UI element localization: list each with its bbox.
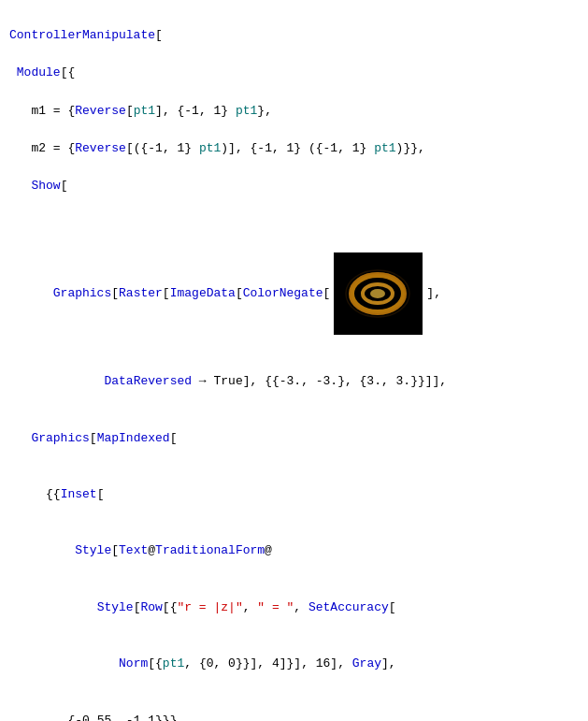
code-block: ControllerManipulate[ Module[{ m1 = {Rev… [0,0,588,721]
svg-point-3 [370,289,385,298]
line-4: m2 = {Reverse[({-1, 1} pt1)], {-1, 1} ({… [9,141,425,155]
line-9: {{Inset[ [9,487,104,501]
line-2: Module[{ [9,65,75,79]
line-7: DataReversed → True], {{-3., -3.}, {3., … [9,374,447,388]
line-3: m1 = {Reverse[pt1], {-1, 1} pt1}, [9,104,272,118]
line-10: Style[Text@TraditionalForm@ [9,543,272,557]
line-11: Style[Row[{"r = |z|", " = ", SetAccuracy… [9,600,396,614]
line-5: Show[ [9,179,67,193]
line-13: {-0.55, -1.1}}}, [9,714,184,721]
inline-image [334,252,423,335]
line-8: Graphics[MapIndexed[ [9,431,177,445]
line-1: ControllerManipulate[ [9,28,163,42]
line-6-image: Graphics[Raster[ImageData[ColorNegate[ ]… [9,286,441,300]
line-12: Norm[{pt1, {0, 0}}], 4]}], 16], Gray], [9,656,396,671]
